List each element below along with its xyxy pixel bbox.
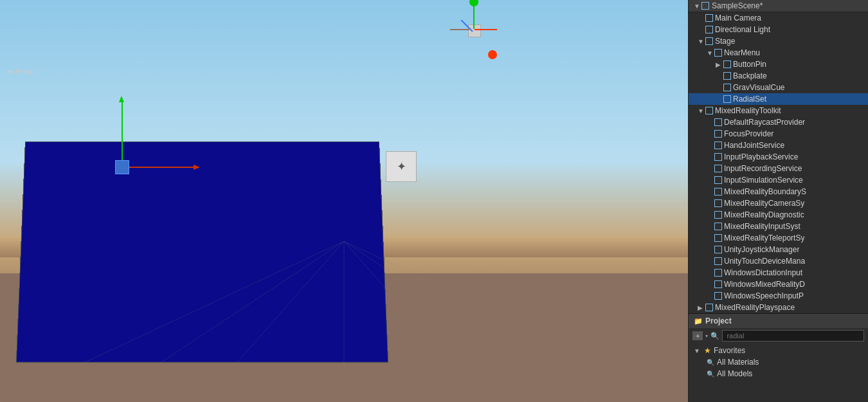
hierarchy-item-windows-speech-input-p[interactable]: WindowsSpeechInputP [689, 290, 868, 302]
project-header: 📁 Project [689, 314, 868, 328]
tree-object-icon [705, 37, 713, 45]
tree-item-label: RadialSet [733, 95, 766, 104]
tree-item-label: Directional Light [715, 25, 770, 34]
tree-object-icon [705, 304, 713, 311]
project-label: Project [705, 316, 732, 325]
tree-item-label: MixedRealityBoundaryS [724, 187, 806, 196]
sample-scene-arrow: ▼ [694, 3, 701, 10]
hierarchy-item-mixed-reality-teleport-sy[interactable]: MixedRealityTeleportSy [689, 232, 868, 244]
right-panel: ▼ SampleScene* Main CameraDirectional Li… [688, 0, 868, 402]
hierarchy-item-hand-joint-service[interactable]: HandJointService [689, 140, 868, 151]
tree-expand-arrow[interactable]: ▼ [707, 50, 714, 57]
hierarchy-item-stage[interactable]: ▼Stage [689, 35, 868, 47]
tree-object-icon [705, 26, 713, 33]
tree-expand-arrow[interactable]: ▼ [698, 107, 705, 114]
ground-grid [0, 241, 688, 402]
hierarchy-item-near-menu[interactable]: ▼NearMenu [689, 47, 868, 59]
tree-item-label: GravVisualCue [733, 83, 784, 92]
hierarchy-item-button-pin[interactable]: ▶ButtonPin [689, 59, 868, 70]
tree-item-label: MixedRealityPlayspace [715, 303, 795, 312]
tree-item-label: Main Camera [715, 14, 761, 23]
project-tree: ▼ ★ Favorites 🔍 All Materials 🔍 All Mode… [689, 343, 868, 402]
tree-object-icon [714, 176, 722, 184]
tree-item-label: Backplate [733, 71, 767, 80]
tree-object-icon [714, 188, 722, 196]
favorites-label[interactable]: Favorites [714, 346, 745, 355]
sample-scene-header: ▼ SampleScene* [689, 0, 868, 12]
tree-object-icon [714, 199, 722, 207]
perspective-label: ◄ Persp [6, 68, 34, 75]
tree-item-label: WindowsSpeechInputP [724, 291, 804, 300]
hierarchy-item-grav-visual-cue[interactable]: GravVisualCue [689, 82, 868, 93]
hierarchy-item-input-recording-service[interactable]: InputRecordingService [689, 163, 868, 174]
hierarchy-item-windows-dictation-input[interactable]: WindowsDictationInput [689, 267, 868, 279]
all-models-label: All Models [717, 369, 752, 378]
tree-item-label: UnityJoystickManager [724, 245, 799, 254]
tree-object-icon [714, 211, 722, 219]
sample-scene-icon [701, 2, 709, 10]
tree-item-label: NearMenu [724, 48, 760, 57]
tree-item-label: Stage [715, 37, 735, 46]
hierarchy-item-mixed-reality-input-syst[interactable]: MixedRealityInputSyst [689, 221, 868, 232]
scene-view: ◄ Persp ✦ [0, 0, 688, 402]
hierarchy-item-main-camera[interactable]: Main Camera [689, 12, 868, 24]
svg-line-4 [344, 241, 485, 402]
add-dropdown-arrow[interactable]: ▾ [705, 333, 708, 339]
hierarchy-item-input-simulation-service[interactable]: InputSimulationService [689, 174, 868, 186]
project-search-bar: + ▾ 🔍 [689, 328, 868, 343]
tree-item-label: MixedRealityDiagnostic [724, 210, 804, 219]
hierarchy-item-default-raycast-provider[interactable]: DefaultRaycastProvider [689, 116, 868, 128]
svg-line-5 [344, 241, 587, 402]
hierarchy-item-windows-mixed-reality-d[interactable]: WindowsMixedRealityD [689, 279, 868, 290]
hierarchy-item-mixed-reality-diagnostic[interactable]: MixedRealityDiagnostic [689, 209, 868, 221]
gizmo-x-end [488, 50, 497, 59]
gizmo-y-end [469, 0, 478, 6]
favorites-arrow: ▼ [694, 347, 701, 354]
tree-object-icon [714, 142, 722, 149]
svg-line-0 [0, 241, 344, 402]
hierarchy-item-directional-light[interactable]: Directional Light [689, 24, 868, 35]
pin-button[interactable]: ✦ [386, 151, 417, 182]
project-search-input[interactable] [722, 330, 864, 342]
hierarchy-item-mixed-reality-playspace[interactable]: ▶MixedRealityPlayspace [689, 302, 868, 313]
gizmo-y-axis [473, 6, 475, 29]
y-axis-arrow [119, 96, 124, 102]
tree-object-icon [714, 153, 722, 161]
hierarchy-item-mixed-reality-boundary-s[interactable]: MixedRealityBoundaryS [689, 186, 868, 197]
sample-scene-label[interactable]: SampleScene* [712, 1, 763, 10]
selected-object-cube [115, 160, 129, 174]
hierarchy-item-radial-set[interactable]: RadialSet [689, 93, 868, 105]
search-icon: 🔍 [710, 332, 719, 340]
gizmo-x-axis [475, 29, 497, 30]
gizmo-center-cube [468, 24, 481, 37]
hierarchy-section: ▼ SampleScene* Main CameraDirectional Li… [689, 0, 868, 313]
svg-line-6 [344, 241, 688, 402]
tree-object-icon [723, 60, 731, 68]
tree-expand-arrow[interactable]: ▶ [716, 61, 723, 68]
hierarchy-item-unity-touch-device-mana[interactable]: UnityTouchDeviceMana [689, 255, 868, 267]
hierarchy-item-mixed-reality-toolkit[interactable]: ▼MixedRealityToolkit [689, 105, 868, 116]
hierarchy-item-unity-joystick-manager[interactable]: UnityJoystickManager [689, 244, 868, 255]
tree-item-label: MixedRealityInputSyst [724, 222, 800, 231]
tree-object-icon [723, 84, 731, 91]
tree-item-label: InputPlaybackService [724, 152, 798, 161]
favorites-row: ▼ ★ Favorites [689, 345, 868, 356]
all-models-item[interactable]: 🔍 All Models [689, 368, 868, 379]
tree-expand-arrow[interactable]: ▼ [698, 38, 705, 45]
hierarchy-item-mixed-reality-camera-sy[interactable]: MixedRealityCameraSy [689, 197, 868, 209]
hierarchy-item-input-playback-service[interactable]: InputPlaybackService [689, 151, 868, 163]
all-materials-icon: 🔍 [707, 359, 714, 366]
add-button[interactable]: + [692, 331, 703, 340]
tree-expand-arrow[interactable]: ▶ [698, 304, 705, 311]
tree-object-icon [714, 257, 722, 265]
orientation-gizmo[interactable] [447, 3, 505, 61]
project-section: 📁 Project + ▾ 🔍 ▼ ★ Favorites 🔍 All Mate… [689, 313, 868, 402]
hierarchy-tree: Main CameraDirectional Light▼Stage▼NearM… [689, 12, 868, 313]
tree-object-icon [714, 234, 722, 242]
tree-item-label: InputRecordingService [724, 164, 802, 173]
all-materials-item[interactable]: 🔍 All Materials [689, 356, 868, 368]
hierarchy-item-backplate[interactable]: Backplate [689, 70, 868, 82]
hierarchy-item-focus-provider[interactable]: FocusProvider [689, 128, 868, 140]
tree-object-icon [714, 223, 722, 230]
all-models-icon: 🔍 [707, 370, 714, 378]
